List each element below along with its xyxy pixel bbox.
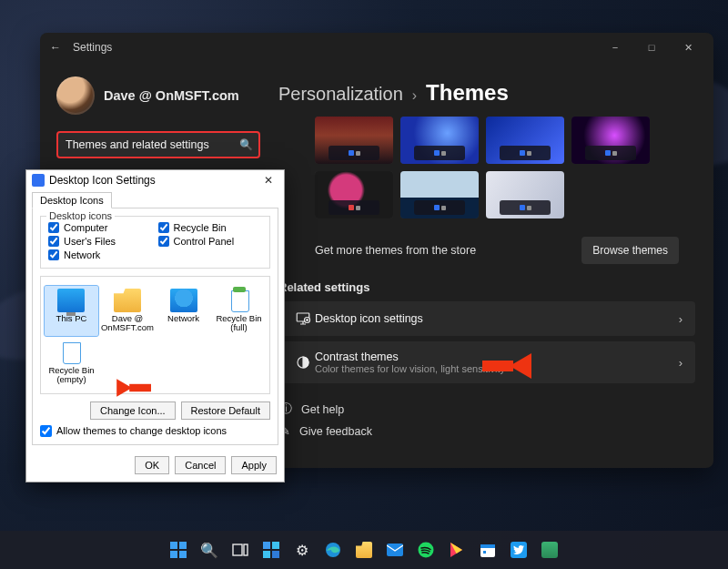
taskbar-file-explorer-button[interactable] xyxy=(351,537,377,563)
app-title: Settings xyxy=(73,41,112,54)
help-label: Get help xyxy=(301,403,344,416)
minimize-button[interactable]: − xyxy=(597,33,633,62)
breadcrumb: Personalization › Themes xyxy=(278,62,695,117)
user-name: Dave @ OnMSFT.com xyxy=(104,88,239,103)
check-users-files[interactable]: User's Files xyxy=(48,236,153,247)
check-control-panel[interactable]: Control Panel xyxy=(158,236,263,247)
svg-rect-17 xyxy=(480,544,495,548)
row-title: Contrast themes xyxy=(315,351,505,363)
gear-icon: ⚙ xyxy=(296,542,308,559)
apply-button[interactable]: Apply xyxy=(231,456,277,474)
store-text: Get more themes from the store xyxy=(315,244,476,257)
icon-item-this-pc[interactable]: This PC xyxy=(45,286,98,336)
theme-thumbnail[interactable] xyxy=(400,171,479,218)
theme-thumbnail[interactable] xyxy=(400,117,479,164)
row-title: Desktop icon settings xyxy=(315,312,423,325)
avatar xyxy=(56,76,95,115)
taskbar-settings-button[interactable]: ⚙ xyxy=(289,537,315,563)
dialog-app-icon xyxy=(32,174,45,187)
theme-thumbnail[interactable] xyxy=(486,171,564,218)
search-input[interactable] xyxy=(58,138,258,151)
dialog-footer: OK Cancel Apply xyxy=(26,451,284,482)
user-account-row[interactable]: Dave @ OnMSFT.com xyxy=(56,76,262,115)
row-subtitle: Color themes for low vision, light sensi… xyxy=(315,363,505,374)
svg-rect-10 xyxy=(272,542,279,549)
tab-desktop-icons[interactable]: Desktop Icons xyxy=(32,192,112,208)
this-pc-icon xyxy=(57,289,85,312)
check-recycle-bin[interactable]: Recycle Bin xyxy=(158,222,263,233)
dialog-close-button[interactable]: ✕ xyxy=(258,174,278,187)
recycle-bin-full-icon xyxy=(226,289,253,312)
taskbar-app-button[interactable] xyxy=(537,537,562,563)
related-settings-heading: Related settings xyxy=(278,280,695,294)
taskbar-mail-button[interactable] xyxy=(382,537,408,563)
contrast-themes-row[interactable]: Contrast themes Color themes for low vis… xyxy=(278,341,695,383)
svg-rect-14 xyxy=(387,544,403,556)
svg-rect-6 xyxy=(179,551,187,558)
themes-grid xyxy=(315,117,670,218)
allow-themes-checkbox[interactable]: Allow themes to change desktop icons xyxy=(40,425,270,437)
svg-rect-3 xyxy=(170,542,177,549)
restore-default-button[interactable]: Restore Default xyxy=(181,401,270,420)
checkbox[interactable] xyxy=(48,236,59,247)
ok-button[interactable]: OK xyxy=(135,456,169,474)
taskbar-task-view-button[interactable] xyxy=(228,537,253,563)
recycle-bin-empty-icon xyxy=(57,340,85,364)
taskbar-start-button[interactable] xyxy=(166,537,191,563)
svg-rect-18 xyxy=(483,551,486,554)
main-pane: Personalization › Themes Get more themes… xyxy=(278,62,713,468)
taskbar-edge-button[interactable] xyxy=(320,537,346,563)
taskbar-spotify-button[interactable] xyxy=(413,537,439,563)
checkbox[interactable] xyxy=(158,222,169,233)
titlebar: ← Settings − □ ✕ xyxy=(40,33,713,62)
window-controls: − □ ✕ xyxy=(597,33,706,62)
cancel-button[interactable]: Cancel xyxy=(175,456,226,474)
checkbox[interactable] xyxy=(48,249,59,260)
desktop-icon-settings-dialog: Desktop Icon Settings ✕ Desktop Icons De… xyxy=(25,169,285,483)
theme-thumbnail[interactable] xyxy=(571,117,650,164)
icon-item-user-folder[interactable]: Dave @ OnMSFT.com xyxy=(100,286,155,336)
browse-themes-button[interactable]: Browse themes xyxy=(581,237,679,264)
checkbox[interactable] xyxy=(158,236,169,247)
dialog-tabs: Desktop Icons xyxy=(26,191,284,208)
breadcrumb-current: Themes xyxy=(426,80,509,106)
breadcrumb-parent[interactable]: Personalization xyxy=(278,84,403,105)
svg-rect-8 xyxy=(244,544,248,555)
icon-preview-list: This PC Dave @ OnMSFT.com Network Recycl… xyxy=(40,276,270,394)
get-help-link[interactable]: ⓘ Get help xyxy=(280,398,695,421)
check-network[interactable]: Network xyxy=(48,249,153,260)
search-icon[interactable]: 🔍 xyxy=(239,138,253,151)
theme-thumbnail[interactable] xyxy=(315,117,393,164)
taskbar-calendar-button[interactable] xyxy=(475,537,500,563)
taskbar-play-button[interactable] xyxy=(444,537,470,563)
folder-icon xyxy=(114,289,141,312)
maximize-button[interactable]: □ xyxy=(633,33,670,62)
check-computer[interactable]: Computer xyxy=(48,222,153,233)
search-icon: 🔍 xyxy=(200,542,218,559)
dialog-titlebar: Desktop Icon Settings ✕ xyxy=(26,170,284,190)
checkbox[interactable] xyxy=(40,425,52,437)
checkbox[interactable] xyxy=(48,222,59,233)
theme-thumbnail-selected[interactable] xyxy=(315,171,393,218)
taskbar-widgets-button[interactable] xyxy=(258,537,284,563)
fieldset-legend: Desktop icons xyxy=(46,210,115,221)
desktop-icon-settings-row[interactable]: Desktop icon settings › xyxy=(278,301,695,336)
svg-rect-7 xyxy=(233,544,242,555)
network-icon xyxy=(170,289,197,312)
give-feedback-link[interactable]: ✎ Give feedback xyxy=(280,421,695,442)
taskbar-twitter-button[interactable] xyxy=(506,537,531,563)
theme-thumbnail[interactable] xyxy=(486,117,564,164)
icon-item-network[interactable]: Network xyxy=(157,286,210,336)
svg-rect-12 xyxy=(272,551,279,558)
chevron-right-icon: › xyxy=(679,312,682,326)
close-button[interactable]: ✕ xyxy=(670,33,706,62)
dialog-title: Desktop Icon Settings xyxy=(49,174,156,187)
chevron-right-icon: › xyxy=(679,356,682,370)
back-button[interactable]: ← xyxy=(47,41,64,54)
taskbar-search-button[interactable]: 🔍 xyxy=(197,537,222,563)
icon-item-recycle-bin-full[interactable]: Recycle Bin (full) xyxy=(212,286,266,336)
change-icon-button[interactable]: Change Icon... xyxy=(90,401,176,420)
chevron-right-icon: › xyxy=(412,87,417,104)
icon-item-recycle-bin-empty[interactable]: Recycle Bin (empty) xyxy=(45,338,98,388)
dialog-body: Desktop icons Computer Recycle Bin User'… xyxy=(32,208,278,445)
